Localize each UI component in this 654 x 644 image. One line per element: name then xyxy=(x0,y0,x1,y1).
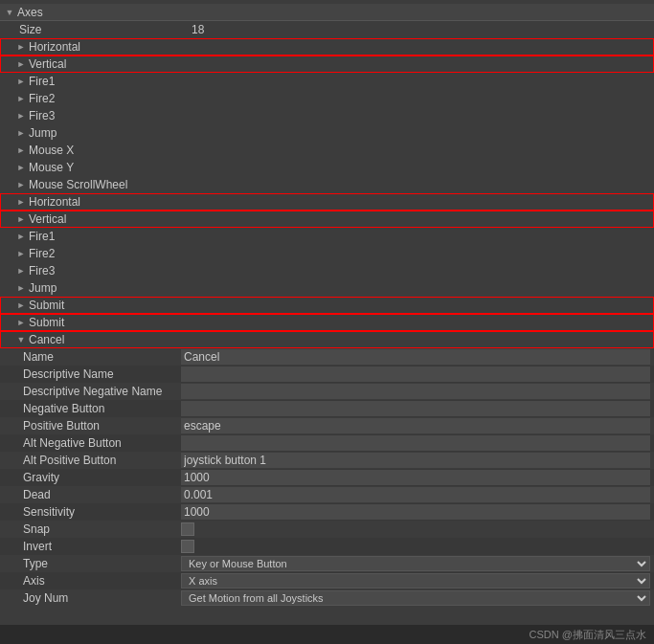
prop-select[interactable]: Key or Mouse ButtonMouse MovementJoystic… xyxy=(181,556,650,571)
prop-label: Invert xyxy=(4,540,181,553)
tree-item-label: Fire2 xyxy=(29,92,55,105)
prop-row: Joy NumGet Motion from all JoysticksJoys… xyxy=(0,589,654,607)
prop-label: Joy Num xyxy=(4,591,181,605)
prop-label: Name xyxy=(4,350,181,364)
tree-item-label: Cancel xyxy=(29,333,64,346)
size-row: Size 18 xyxy=(0,21,654,38)
tree-items-list: ►Horizontal►Vertical►Fire1►Fire2►Fire3►J… xyxy=(0,38,654,348)
tree-item-label: Jump xyxy=(29,281,56,295)
prop-label: Snap xyxy=(4,522,181,536)
tree-item-label: Mouse X xyxy=(29,144,74,157)
prop-input[interactable] xyxy=(181,470,650,485)
tree-item-label: Submit xyxy=(29,316,64,329)
prop-row: Dead xyxy=(0,486,654,503)
tree-item[interactable]: ►Jump xyxy=(0,124,654,142)
tree-item[interactable]: ►Mouse Y xyxy=(0,159,654,176)
prop-label: Type xyxy=(4,557,181,570)
prop-input[interactable] xyxy=(181,418,650,433)
tree-arrow: ► xyxy=(15,110,27,122)
tree-item-label: Fire2 xyxy=(29,247,55,260)
prop-row: Gravity xyxy=(0,469,654,486)
tree-arrow: ► xyxy=(15,76,27,87)
prop-label: Alt Negative Button xyxy=(4,436,181,450)
prop-checkbox[interactable] xyxy=(181,540,194,553)
tree-arrow: ► xyxy=(15,93,27,104)
prop-label: Negative Button xyxy=(4,402,181,415)
tree-item[interactable]: ►Fire3 xyxy=(0,107,654,124)
tree-arrow: ▼ xyxy=(15,334,27,345)
tree-item[interactable]: ►Submit xyxy=(0,297,654,314)
tree-item[interactable]: ►Fire1 xyxy=(0,73,654,90)
axes-header[interactable]: Axes xyxy=(0,4,654,21)
prop-select[interactable]: X axisY axis3rd axis4th axis xyxy=(181,573,650,588)
tree-item-label: Submit xyxy=(29,299,64,312)
axes-arrow xyxy=(4,7,15,18)
size-label: Size xyxy=(19,23,192,36)
tree-item[interactable]: ►Fire1 xyxy=(0,228,654,245)
prop-row: Descriptive Name xyxy=(0,366,654,383)
main-container: Axes Size 18 ►Horizontal►Vertical►Fire1►… xyxy=(0,0,654,644)
prop-input[interactable] xyxy=(181,366,650,382)
prop-row: Descriptive Negative Name xyxy=(0,383,654,400)
tree-item[interactable]: ►Vertical xyxy=(0,56,654,73)
prop-input[interactable] xyxy=(181,453,650,468)
prop-label: Descriptive Negative Name xyxy=(4,385,181,398)
tree-arrow: ► xyxy=(15,144,27,156)
tree-item[interactable]: ►Mouse X xyxy=(0,142,654,159)
tree-arrow: ► xyxy=(15,213,27,225)
prop-label: Descriptive Name xyxy=(4,367,181,381)
tree-item-label: Fire1 xyxy=(29,75,55,88)
tree-item[interactable]: ►Submit xyxy=(0,314,654,331)
tree-arrow: ► xyxy=(15,317,27,328)
tree-item[interactable]: ►Fire2 xyxy=(0,245,654,262)
prop-input[interactable] xyxy=(181,504,650,520)
tree-arrow: ► xyxy=(15,179,27,190)
size-value: 18 xyxy=(192,23,204,36)
tree-item[interactable]: ►Horizontal xyxy=(0,193,654,211)
prop-label: Axis xyxy=(4,574,181,588)
prop-row: Alt Negative Button xyxy=(0,434,654,452)
prop-label: Sensitivity xyxy=(4,505,181,519)
prop-row: Name xyxy=(0,348,654,366)
tree-arrow: ► xyxy=(15,58,27,70)
tree-item[interactable]: ►Vertical xyxy=(0,211,654,228)
properties-panel: NameDescriptive NameDescriptive Negative… xyxy=(0,348,654,607)
prop-input[interactable] xyxy=(181,401,650,416)
tree-item[interactable]: ►Horizontal xyxy=(0,38,654,56)
tree-arrow: ► xyxy=(15,282,27,294)
axes-label: Axes xyxy=(17,6,43,19)
prop-label: Alt Positive Button xyxy=(4,454,181,467)
prop-row: TypeKey or Mouse ButtonMouse MovementJoy… xyxy=(0,555,654,572)
prop-checkbox[interactable] xyxy=(181,522,194,536)
tree-item-label: Horizontal xyxy=(29,40,80,54)
tree-item-label: Jump xyxy=(29,126,56,140)
prop-row: Invert xyxy=(0,538,654,555)
prop-row: Sensitivity xyxy=(0,503,654,521)
prop-input[interactable] xyxy=(181,435,650,451)
tree-item[interactable]: ►Mouse ScrollWheel xyxy=(0,176,654,193)
tree-item-label: Horizontal xyxy=(29,195,80,209)
tree-item[interactable]: ▼Cancel xyxy=(0,331,654,348)
tree-arrow: ► xyxy=(15,196,27,208)
prop-input[interactable] xyxy=(181,487,650,502)
tree-arrow: ► xyxy=(15,248,27,259)
bottom-bar: CSDN @拂面清风三点水 xyxy=(0,625,654,644)
tree-item[interactable]: ►Fire2 xyxy=(0,90,654,107)
tree-item[interactable]: ►Jump xyxy=(0,279,654,297)
prop-row: Snap xyxy=(0,521,654,538)
prop-select[interactable]: Get Motion from all JoysticksJoystick 1J… xyxy=(181,590,650,606)
tree-panel[interactable]: Axes Size 18 ►Horizontal►Vertical►Fire1►… xyxy=(0,0,654,625)
prop-input[interactable] xyxy=(181,384,650,399)
prop-row: Alt Positive Button xyxy=(0,452,654,469)
tree-arrow: ► xyxy=(15,127,27,139)
tree-item[interactable]: ►Fire3 xyxy=(0,262,654,279)
tree-arrow: ► xyxy=(15,265,27,277)
watermark-text: CSDN @拂面清风三点水 xyxy=(530,628,646,642)
tree-arrow: ► xyxy=(15,41,27,53)
prop-input[interactable] xyxy=(181,349,650,365)
tree-item-label: Mouse ScrollWheel xyxy=(29,178,127,191)
prop-label: Positive Button xyxy=(4,419,181,433)
tree-item-label: Fire3 xyxy=(29,109,55,122)
tree-arrow: ► xyxy=(15,162,27,173)
prop-row: Negative Button xyxy=(0,400,654,417)
